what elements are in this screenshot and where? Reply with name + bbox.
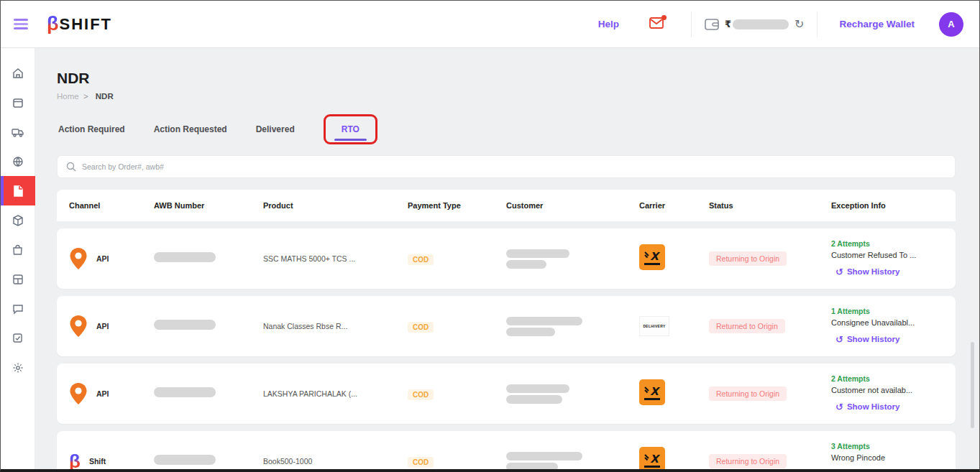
- product-name: LAKSHYA PARICHALAK (...: [263, 389, 408, 398]
- history-icon: ↺: [835, 468, 843, 469]
- customer-redacted: [506, 382, 639, 406]
- awb-number-redacted: [154, 252, 216, 262]
- col-product: Product: [263, 201, 408, 210]
- exception-info: 2 Attempts Customer Refused To ... ↺Show…: [831, 238, 956, 279]
- chat-icon: [12, 303, 24, 315]
- sidebar-item-inventory[interactable]: [1, 205, 35, 235]
- search-bar: [57, 155, 956, 178]
- col-status: Status: [709, 201, 831, 210]
- show-history-link[interactable]: ↺Show History: [835, 468, 899, 469]
- payment-type-badge: COD: [408, 254, 434, 265]
- table-row: API LAKSHYA PARICHALAK (... COD X Return…: [57, 364, 956, 424]
- channel-label: API: [96, 322, 109, 330]
- history-icon: ↺: [835, 400, 843, 415]
- channel-label: API: [96, 254, 109, 263]
- breadcrumb-current: NDR: [96, 92, 114, 101]
- history-icon: ↺: [835, 265, 843, 279]
- breadcrumb-home[interactable]: Home: [57, 92, 79, 101]
- show-history-link[interactable]: ↺Show History: [835, 265, 899, 279]
- wallet-balance: ₹ ↻: [691, 11, 818, 37]
- sidebar-item-orders[interactable]: [1, 88, 35, 117]
- sidebar-item-shipments[interactable]: [1, 117, 35, 147]
- table-row: API SSC MATHS 5000+ TCS ... COD X Return…: [57, 228, 956, 289]
- tab-delivered[interactable]: Delivered: [255, 120, 296, 139]
- carrier-logo-xpressbees: X: [639, 447, 709, 469]
- col-channel: Channel: [69, 201, 154, 210]
- refresh-icon[interactable]: ↻: [794, 19, 804, 30]
- attempts-count: 2 Attempts: [831, 238, 948, 249]
- sidebar-item-tracking[interactable]: [1, 147, 35, 176]
- truck-icon: [12, 126, 24, 138]
- table-row: API Nanak Classes Rbse R... COD DELHIVER…: [57, 296, 956, 356]
- status-badge: Returning to Origin: [709, 387, 787, 401]
- shift-channel-icon: β: [69, 452, 81, 469]
- archive-icon: [12, 215, 24, 226]
- table-row: β Shift Book500-1000 COD X Returning to …: [57, 431, 956, 469]
- app-logo-text: SHIFT: [59, 15, 112, 34]
- page-title: NDR: [57, 70, 956, 87]
- location-pin-icon: [69, 382, 88, 405]
- mail-icon[interactable]: [649, 17, 664, 32]
- vertical-scrollbar[interactable]: [971, 342, 974, 428]
- location-pin-icon: [69, 247, 88, 270]
- app-window: β SHIFT Help ₹ ↻ Recharge Wall: [0, 0, 980, 472]
- breadcrumb: Home > NDR: [57, 92, 956, 101]
- currency-symbol: ₹: [725, 19, 731, 29]
- red-annotation-box: RTO: [324, 114, 377, 144]
- customer-redacted: [506, 247, 639, 271]
- search-input[interactable]: [82, 162, 946, 171]
- exception-info: 2 Attempts Customer not availab... ↺Show…: [831, 373, 956, 415]
- customer-redacted: [506, 450, 639, 470]
- sidebar-item-ndr[interactable]: [1, 176, 35, 205]
- recharge-wallet-button[interactable]: Recharge Wallet: [839, 19, 915, 29]
- hamburger-menu-icon[interactable]: [14, 17, 28, 32]
- attempts-count: 1 Attempts: [831, 305, 948, 317]
- tab-action-required[interactable]: Action Required: [57, 120, 127, 139]
- wallet-amount-redacted: [733, 19, 789, 29]
- exception-reason: Wrong Pincode: [831, 452, 948, 464]
- sidebar-item-settings[interactable]: [1, 353, 35, 382]
- carrier-logo-xpressbees: X: [639, 244, 709, 273]
- help-link[interactable]: Help: [598, 19, 619, 29]
- awb-number-redacted: [154, 387, 216, 397]
- settings-gear-icon: [12, 362, 24, 374]
- app-logo: β SHIFT: [47, 14, 112, 34]
- show-history-link[interactable]: ↺Show History: [835, 333, 899, 347]
- payment-type-badge: COD: [408, 322, 434, 333]
- col-customer: Customer: [506, 201, 639, 210]
- sidebar-item-returns[interactable]: [1, 323, 35, 353]
- orders-icon: [12, 97, 24, 108]
- exception-reason: Customer not availab...: [831, 384, 948, 397]
- customer-redacted: [506, 315, 639, 338]
- ndr-tabs: Action Required Action Requested Deliver…: [57, 111, 956, 148]
- carrier-logo-delhivery: DELHIVERY: [639, 316, 709, 336]
- ndr-document-icon: [13, 185, 23, 197]
- col-exception-info: Exception Info: [831, 201, 956, 210]
- col-carrier: Carrier: [639, 201, 709, 210]
- payment-type-badge: COD: [408, 457, 434, 468]
- product-name: Nanak Classes Rbse R...: [263, 322, 408, 330]
- search-icon: [66, 162, 76, 172]
- awb-number-redacted: [154, 320, 216, 330]
- status-badge: Returning to Origin: [709, 454, 787, 468]
- sidebar-item-home[interactable]: [1, 58, 35, 88]
- tab-action-requested[interactable]: Action Requested: [152, 120, 229, 139]
- home-icon: [12, 68, 24, 79]
- col-awb-number: AWB Number: [154, 201, 263, 210]
- tab-rto[interactable]: RTO: [342, 124, 360, 134]
- returns-box-icon: [12, 333, 23, 343]
- product-name: SSC MATHS 5000+ TCS ...: [263, 254, 408, 263]
- layout-icon: [12, 274, 24, 285]
- sidebar-item-support[interactable]: [1, 294, 35, 323]
- sidebar-item-channels[interactable]: [1, 264, 35, 294]
- top-navbar: β SHIFT Help ₹ ↻ Recharge Wall: [1, 1, 979, 48]
- exception-reason: Consignee Unavailabl...: [831, 317, 948, 329]
- attempts-count: 2 Attempts: [831, 373, 948, 384]
- exception-reason: Customer Refused To ...: [831, 249, 948, 262]
- user-avatar[interactable]: A: [939, 12, 963, 37]
- product-name: Book500-1000: [263, 457, 408, 466]
- sidebar-item-store[interactable]: [1, 235, 35, 264]
- sidebar-nav: [1, 48, 35, 469]
- show-history-link[interactable]: ↺Show History: [835, 400, 899, 415]
- globe-icon: [12, 156, 24, 167]
